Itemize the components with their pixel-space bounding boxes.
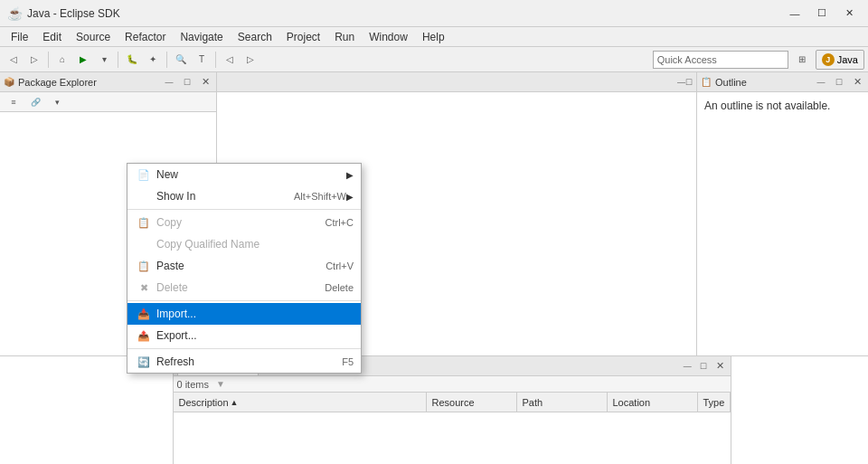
menu-search[interactable]: Search: [231, 27, 279, 47]
tb-separator-2: [118, 52, 118, 68]
col-header-path: Path: [517, 393, 608, 412]
collapse-all-button[interactable]: ≡: [4, 92, 24, 112]
col-header-description-label: Description: [179, 397, 229, 408]
ctx-import[interactable]: 📥 Import...: [127, 303, 361, 325]
tb-search-button[interactable]: 🔍: [171, 50, 191, 70]
ctx-new-label: New: [156, 168, 346, 181]
bottom-right-panel: [731, 356, 868, 464]
ctx-copy-qualified-label: Copy Qualified Name: [156, 238, 354, 251]
maximize-button[interactable]: ☐: [810, 5, 834, 23]
close-button[interactable]: ✕: [837, 5, 861, 23]
declaration-minimize[interactable]: —: [680, 359, 694, 374]
menu-bar: File Edit Source Refactor Navigate Searc…: [0, 27, 868, 47]
ctx-export-label: Export...: [156, 329, 354, 342]
editor-minimize[interactable]: —: [677, 78, 685, 87]
col-header-resource: Resource: [427, 393, 517, 412]
tb-separator-3: [166, 52, 167, 68]
menu-edit[interactable]: Edit: [35, 27, 69, 47]
java-perspective-label: Java: [837, 54, 858, 65]
ctx-copy-qualified-icon: [135, 235, 153, 253]
outline-close[interactable]: ✕: [850, 75, 864, 90]
ctx-export[interactable]: 📤 Export...: [127, 325, 361, 346]
title-bar: ☕ Java - Eclipse SDK — ☐ ✕: [0, 0, 868, 27]
ctx-import-label: Import...: [156, 308, 354, 320]
ctx-copy: 📋 Copy Ctrl+C: [127, 212, 361, 233]
menu-source[interactable]: Source: [69, 27, 118, 47]
context-menu: 📄 New ▶ Show In Alt+Shift+W ▶ 📋 Copy Ctr…: [127, 163, 362, 374]
menu-refactor[interactable]: Refactor: [118, 27, 173, 47]
menu-run[interactable]: Run: [327, 27, 362, 47]
ctx-paste-label: Paste: [156, 260, 318, 272]
col-header-description: Description ▲: [174, 393, 427, 412]
tb-prev-edit[interactable]: ◁: [220, 50, 240, 70]
ctx-paste-shortcut: Ctrl+V: [326, 260, 354, 271]
menu-file[interactable]: File: [4, 27, 35, 47]
ctx-new-arrow: ▶: [346, 170, 354, 180]
open-perspective-button[interactable]: ⊞: [792, 50, 812, 70]
ctx-delete: ✖ Delete Delete: [127, 277, 361, 298]
ctx-refresh[interactable]: 🔄 Refresh F5: [127, 351, 361, 373]
ctx-import-icon: 📥: [135, 305, 153, 323]
ctx-paste[interactable]: 📋 Paste Ctrl+V: [127, 255, 361, 277]
declaration-maximize[interactable]: ☐: [696, 359, 711, 374]
outline-maximize[interactable]: ☐: [832, 75, 846, 90]
java-perspective-button[interactable]: J Java: [816, 50, 864, 70]
ctx-show-in[interactable]: Show In Alt+Shift+W ▶: [127, 185, 361, 207]
col-header-type: Type: [698, 393, 731, 412]
package-explorer-minimize[interactable]: —: [162, 75, 176, 90]
menu-help[interactable]: Help: [415, 27, 452, 47]
outline-minimize[interactable]: —: [814, 75, 828, 90]
declaration-close[interactable]: ✕: [712, 359, 727, 374]
tb-debug-button[interactable]: 🐛: [122, 50, 142, 70]
outline-panel: 📋 Outline — ☐ ✕ An outline is not availa…: [696, 72, 868, 355]
col-header-location-label: Location: [613, 397, 651, 408]
tb-next-edit[interactable]: ▷: [241, 50, 260, 70]
menu-window[interactable]: Window: [362, 27, 415, 47]
menu-project[interactable]: Project: [279, 27, 327, 47]
ctx-new[interactable]: 📄 New ▶: [127, 164, 361, 185]
menu-navigate[interactable]: Navigate: [173, 27, 230, 47]
col-header-path-label: Path: [523, 397, 543, 408]
ctx-copy-label: Copy: [156, 216, 318, 229]
minimize-button[interactable]: —: [783, 5, 807, 23]
tb-new-button[interactable]: ✦: [143, 50, 163, 70]
outline-content: An outline is not available.: [697, 92, 868, 355]
ctx-copy-qualified: Copy Qualified Name: [127, 233, 361, 255]
ctx-delete-shortcut: Delete: [325, 282, 354, 293]
tb-open-type[interactable]: T: [192, 50, 212, 70]
ctx-export-icon: 📤: [135, 327, 153, 345]
editor-header: — ☐: [217, 72, 696, 92]
tb-home-button[interactable]: ⌂: [52, 50, 72, 70]
ctx-show-in-icon: [135, 187, 153, 205]
ctx-delete-icon: ✖: [135, 279, 153, 297]
tb-run-button[interactable]: ▶: [73, 50, 93, 70]
ctx-refresh-label: Refresh: [156, 355, 335, 368]
tb-back-button[interactable]: ◁: [4, 50, 24, 70]
declaration-toolbar-right: — ☐ ✕: [680, 359, 727, 374]
tb-fwd-button[interactable]: ▷: [24, 50, 44, 70]
package-explorer-header: 📦 Package Explorer — ☐ ✕: [0, 72, 216, 92]
ctx-copy-icon: 📋: [135, 213, 153, 232]
quick-access-input[interactable]: Quick Access: [653, 51, 788, 69]
link-editor-button[interactable]: 🔗: [25, 92, 45, 112]
tb-separator-4: [215, 52, 216, 68]
items-count: 0 items: [177, 379, 209, 390]
col-header-type-label: Type: [703, 397, 725, 408]
ctx-copy-shortcut: Ctrl+C: [326, 217, 354, 228]
package-explorer-close[interactable]: ✕: [198, 75, 212, 90]
outline-panel-icon: 📋: [701, 77, 712, 87]
app-icon: ☕: [7, 6, 22, 21]
col-header-resource-label: Resource: [432, 397, 475, 408]
ctx-sep-2: [127, 300, 361, 301]
ctx-refresh-icon: 🔄: [135, 353, 153, 371]
java-perspective-icon: J: [822, 53, 835, 66]
outline-header: 📋 Outline — ☐ ✕: [697, 72, 868, 92]
tb-run-dropdown[interactable]: ▾: [94, 50, 114, 70]
view-menu-button[interactable]: ▾: [47, 92, 67, 112]
ctx-sep-1: [127, 209, 361, 210]
window-title: Java - Eclipse SDK: [27, 7, 783, 20]
package-explorer-maximize[interactable]: ☐: [180, 75, 194, 90]
package-explorer-panel-icon: 📦: [4, 77, 14, 87]
package-explorer-toolbar: ≡ 🔗 ▾: [0, 92, 216, 112]
editor-maximize[interactable]: ☐: [685, 78, 693, 87]
